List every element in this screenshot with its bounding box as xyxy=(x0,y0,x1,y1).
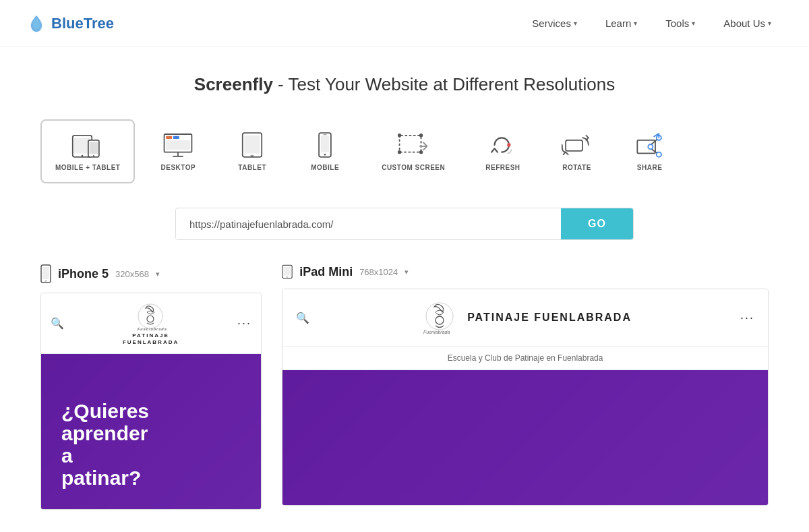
go-button[interactable]: GO xyxy=(561,208,633,239)
tool-label-refresh: Refresh xyxy=(485,164,520,171)
tool-label-tablet: Tablet xyxy=(238,164,266,171)
svg-point-24 xyxy=(398,150,401,154)
tablet-icon xyxy=(236,131,268,158)
mock-hero-text-phone: ¿Quieresaprenderapatinar? xyxy=(55,393,156,496)
mock-search-icon[interactable]: 🔍 xyxy=(51,317,64,330)
nav-label-services: Services xyxy=(532,18,571,29)
tool-label-custom-screen: Custom Screen xyxy=(382,164,445,171)
refresh-icon xyxy=(487,131,519,158)
svg-rect-40 xyxy=(287,276,289,277)
custom-screen-icon xyxy=(397,131,429,158)
mock-navbar-phone: 🔍 Fuenlabrada PATINAJEFUENLABRADA xyxy=(41,293,261,354)
tool-label-rotate: Rotate xyxy=(562,164,591,171)
mock-subtitle-ipad: Escuela y Club de Patinaje en Fuenlabrad… xyxy=(282,347,768,370)
svg-text:Fuenlabrada: Fuenlabrada xyxy=(138,327,167,331)
device-resolution-ipad: 768x1024 xyxy=(359,267,398,277)
svg-point-22 xyxy=(419,134,423,137)
mock-hero-phone: ¿Quieresaprenderapatinar? xyxy=(41,354,261,509)
tool-refresh[interactable]: Refresh xyxy=(471,119,535,183)
main-content: Screenfly - Test Your Website at Differe… xyxy=(0,47,809,532)
chevron-down-icon[interactable]: ▾ xyxy=(404,268,409,276)
nav-label-learn: Learn xyxy=(605,18,631,29)
mobile-icon xyxy=(309,131,341,158)
preview-header-ipad: iPad Mini 768x1024 ▾ xyxy=(282,264,769,279)
preview-frame-ipad: 🔍 Fuenlabrada PATINAJE FUENLABRADA ··· xyxy=(282,289,769,506)
tool-custom-screen[interactable]: Custom Screen xyxy=(367,119,460,183)
svg-point-26 xyxy=(507,143,510,146)
preview-ipad-mini: iPad Mini 768x1024 ▾ 🔍 Fuen xyxy=(282,264,769,506)
desktop-icon xyxy=(162,131,194,158)
rotate-icon xyxy=(561,131,593,158)
toolbar: Mobile + Tablet Desktop xyxy=(40,119,769,183)
svg-point-19 xyxy=(324,154,326,156)
mock-site-name-ipad: PATINAJE FUENLABRADA xyxy=(467,312,632,324)
svg-point-31 xyxy=(648,144,653,149)
svg-text:Fuenlabrada: Fuenlabrada xyxy=(423,330,450,334)
device-name-iphone5: iPhone 5 xyxy=(58,267,109,281)
chevron-down-icon: ▾ xyxy=(634,20,637,27)
mobile-tablet-icon xyxy=(71,131,104,158)
share-icon xyxy=(634,131,666,158)
url-bar: GO xyxy=(175,208,634,240)
svg-point-25 xyxy=(419,150,423,154)
tool-rotate[interactable]: Rotate xyxy=(546,119,608,183)
svg-point-5 xyxy=(93,155,94,156)
nav-item-about[interactable]: About Us ▾ xyxy=(713,12,782,34)
mock-more-icon-ipad[interactable]: ··· xyxy=(740,311,754,325)
tool-label-mobile: Mobile xyxy=(311,164,339,171)
svg-rect-27 xyxy=(566,140,582,151)
nav-label-about: About Us xyxy=(723,18,765,29)
tool-label-desktop: Desktop xyxy=(160,164,196,171)
mock-site-logo-phone: Fuenlabrada xyxy=(132,301,169,332)
svg-rect-7 xyxy=(167,136,173,139)
page-title-rest: - Test Your Website at Different Resolut… xyxy=(273,74,615,94)
nav-item-services[interactable]: Services ▾ xyxy=(521,12,588,34)
device-resolution-iphone5: 320x568 xyxy=(115,269,149,279)
svg-rect-8 xyxy=(173,136,179,139)
preview-frame-iphone5: 🔍 Fuenlabrada PATINAJEFUENLABRADA xyxy=(40,293,262,510)
svg-rect-39 xyxy=(284,267,291,276)
mock-logo-phone: Fuenlabrada PATINAJEFUENLABRADA xyxy=(123,301,179,345)
nav-item-tools[interactable]: Tools ▾ xyxy=(655,12,706,34)
preview-iphone5: iPhone 5 320x568 ▾ 🔍 xyxy=(40,264,262,510)
tool-label-share: Share xyxy=(637,164,663,171)
svg-point-30 xyxy=(656,152,661,157)
chevron-down-icon: ▾ xyxy=(768,20,771,27)
svg-rect-21 xyxy=(400,136,421,152)
svg-point-23 xyxy=(398,134,401,137)
tool-mobile[interactable]: Mobile xyxy=(294,119,356,183)
mock-search-icon-ipad[interactable]: 🔍 xyxy=(296,312,309,324)
tablet-device-icon xyxy=(282,264,293,279)
page-title: Screenfly - Test Your Website at Differe… xyxy=(40,74,769,95)
phone-device-icon xyxy=(40,264,51,283)
tool-tablet[interactable]: Tablet xyxy=(221,119,283,183)
svg-point-2 xyxy=(82,155,84,157)
mock-more-icon-phone[interactable]: ··· xyxy=(237,316,251,330)
url-input[interactable] xyxy=(176,209,561,239)
mock-navbar-ipad: 🔍 Fuenlabrada PATINAJE FUENLABRADA ··· xyxy=(282,289,768,347)
chevron-down-icon: ▾ xyxy=(692,20,695,27)
logo[interactable]: BlueTree xyxy=(27,14,114,33)
svg-rect-33 xyxy=(42,267,49,279)
chevron-down-icon[interactable]: ▾ xyxy=(156,270,160,278)
svg-rect-4 xyxy=(90,142,98,154)
tool-label-mobile-tablet: Mobile + Tablet xyxy=(55,164,120,171)
nav-label-tools: Tools xyxy=(665,18,689,29)
tool-mobile-tablet[interactable]: Mobile + Tablet xyxy=(40,119,135,183)
tool-share[interactable]: Share xyxy=(619,119,681,183)
svg-rect-11 xyxy=(173,156,183,157)
svg-rect-9 xyxy=(167,140,191,150)
svg-rect-20 xyxy=(323,134,326,135)
logo-icon xyxy=(27,14,46,33)
previews-section: iPhone 5 320x568 ▾ 🔍 xyxy=(40,264,769,510)
svg-point-36 xyxy=(147,316,154,322)
logo-text: BlueTree xyxy=(51,15,114,32)
header: BlueTree Services ▾ Learn ▾ Tools ▾ Abou… xyxy=(0,0,809,47)
nav-item-learn[interactable]: Learn ▾ xyxy=(595,12,648,34)
svg-rect-16 xyxy=(250,155,253,156)
svg-rect-13 xyxy=(245,136,260,154)
device-name-ipad: iPad Mini xyxy=(299,265,353,279)
tool-desktop[interactable]: Desktop xyxy=(146,119,210,183)
mock-hero-ipad xyxy=(282,370,768,505)
mock-site-logo-ipad: Fuenlabrada xyxy=(418,299,462,336)
